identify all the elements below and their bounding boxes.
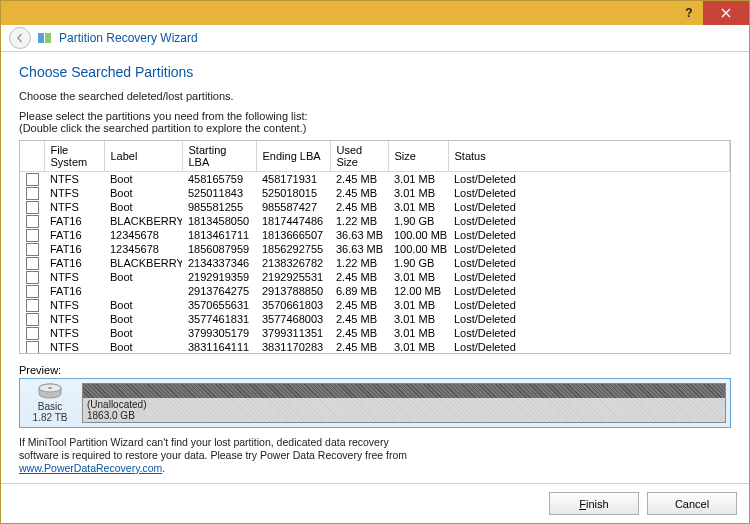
- cell-fs: FAT16: [44, 214, 104, 228]
- cell-elba: 3799311351: [256, 326, 330, 340]
- page-heading: Choose Searched Partitions: [19, 64, 731, 80]
- cell-status: Lost/Deleted: [448, 256, 730, 270]
- table-row[interactable]: FAT16BLACKBERRY1181345805018174474861.22…: [20, 214, 730, 228]
- row-checkbox[interactable]: [26, 313, 39, 326]
- cell-label: BLACKBERRY1: [104, 214, 182, 228]
- table-row[interactable]: FAT16BLACKBERRY1213433734621383267821.22…: [20, 256, 730, 270]
- cell-slba: 3577461831: [182, 312, 256, 326]
- footnote-tail: .: [162, 462, 165, 474]
- cell-size: 1.90 GB: [388, 214, 448, 228]
- row-checkbox[interactable]: [26, 229, 39, 242]
- cell-fs: NTFS: [44, 200, 104, 214]
- footnote-line1: If MiniTool Partition Wizard can't find …: [19, 436, 389, 448]
- cell-fs: FAT16: [44, 228, 104, 242]
- cell-slba: 1856087959: [182, 242, 256, 256]
- row-checkbox[interactable]: [26, 341, 39, 354]
- cell-status: Lost/Deleted: [448, 326, 730, 340]
- cancel-button[interactable]: Cancel: [647, 492, 737, 515]
- cell-status: Lost/Deleted: [448, 242, 730, 256]
- cell-label: Boot: [104, 340, 182, 354]
- cell-elba: 2192925531: [256, 270, 330, 284]
- close-icon: [721, 8, 731, 18]
- col-used-size[interactable]: Used Size: [330, 141, 388, 172]
- table-row[interactable]: NTFSBoot379930517937993113512.45 MB3.01 …: [20, 326, 730, 340]
- col-filesystem[interactable]: File System: [44, 141, 104, 172]
- cell-used: 1.22 MB: [330, 256, 388, 270]
- help-button[interactable]: ?: [675, 1, 703, 25]
- cell-elba: 1813666507: [256, 228, 330, 242]
- col-label[interactable]: Label: [104, 141, 182, 172]
- col-ending-lba[interactable]: Ending LBA: [256, 141, 330, 172]
- close-button[interactable]: [703, 1, 749, 25]
- table-row[interactable]: FAT16123456781856087959185629275536.63 M…: [20, 242, 730, 256]
- cell-elba: 1856292755: [256, 242, 330, 256]
- table-row[interactable]: NTFSBoot383116411138311702832.45 MB3.01 …: [20, 340, 730, 354]
- app-icon: [37, 30, 53, 46]
- button-bar: Finish Cancel: [1, 483, 749, 523]
- svg-rect-0: [38, 33, 44, 43]
- cell-elba: 1817447486: [256, 214, 330, 228]
- disk-size: 1.82 TB: [33, 412, 68, 423]
- cell-slba: 3799305179: [182, 326, 256, 340]
- row-checkbox[interactable]: [26, 285, 39, 298]
- cell-used: 2.45 MB: [330, 298, 388, 312]
- toolbar: Partition Recovery Wizard: [1, 25, 749, 52]
- cell-size: 3.01 MB: [388, 172, 448, 187]
- cell-used: 2.45 MB: [330, 172, 388, 187]
- cell-elba: 3570661803: [256, 298, 330, 312]
- footnote: If MiniTool Partition Wizard can't find …: [19, 436, 731, 475]
- footnote-line2: software is required to restore your dat…: [19, 449, 407, 461]
- row-checkbox[interactable]: [26, 187, 39, 200]
- row-checkbox[interactable]: [26, 299, 39, 312]
- cell-used: 36.63 MB: [330, 242, 388, 256]
- table-row[interactable]: FAT16123456781813461711181366650736.63 M…: [20, 228, 730, 242]
- row-checkbox[interactable]: [26, 271, 39, 284]
- col-check[interactable]: [20, 141, 44, 172]
- window: ? Partition Recovery Wizard Choose Searc…: [0, 0, 750, 524]
- cell-label: Boot: [104, 298, 182, 312]
- row-checkbox[interactable]: [26, 257, 39, 270]
- row-checkbox[interactable]: [26, 201, 39, 214]
- finish-button[interactable]: Finish: [549, 492, 639, 515]
- col-status[interactable]: Status: [448, 141, 730, 172]
- partition-table[interactable]: File System Label Starting LBA Ending LB…: [19, 140, 731, 354]
- cell-slba: 2192919359: [182, 270, 256, 284]
- svg-rect-1: [45, 33, 51, 43]
- preview-box: Basic 1.82 TB (Unallocated) 1863.0 GB: [19, 378, 731, 428]
- table-row[interactable]: NTFSBoot219291935921929255312.45 MB3.01 …: [20, 270, 730, 284]
- cell-used: 6.89 MB: [330, 284, 388, 298]
- table-row[interactable]: NTFSBoot9855812559855874272.45 MB3.01 MB…: [20, 200, 730, 214]
- col-size[interactable]: Size: [388, 141, 448, 172]
- table-row[interactable]: NTFSBoot357065563135706618032.45 MB3.01 …: [20, 298, 730, 312]
- unallocated-block[interactable]: (Unallocated) 1863.0 GB: [82, 383, 726, 423]
- cell-elba: 3831170283: [256, 340, 330, 354]
- table-row[interactable]: NTFSBoot5250118435250180152.45 MB3.01 MB…: [20, 186, 730, 200]
- cell-elba: 2913788850: [256, 284, 330, 298]
- disk-tile[interactable]: Basic 1.82 TB: [24, 383, 76, 423]
- cell-slba: 2134337346: [182, 256, 256, 270]
- row-checkbox[interactable]: [26, 243, 39, 256]
- row-checkbox[interactable]: [26, 327, 39, 340]
- cell-label: Boot: [104, 186, 182, 200]
- cell-label: [104, 284, 182, 298]
- table-row[interactable]: NTFSBoot357746183135774680032.45 MB3.01 …: [20, 312, 730, 326]
- row-checkbox[interactable]: [26, 173, 39, 186]
- instruction-2: Please select the partitions you need fr…: [19, 110, 731, 122]
- cell-slba: 985581255: [182, 200, 256, 214]
- unallocated-label: (Unallocated) 1863.0 GB: [83, 398, 725, 422]
- col-starting-lba[interactable]: Starting LBA: [182, 141, 256, 172]
- part-size: 1863.0 GB: [87, 410, 721, 421]
- footnote-link[interactable]: www.PowerDataRecovery.com: [19, 462, 162, 474]
- cell-size: 3.01 MB: [388, 298, 448, 312]
- cell-status: Lost/Deleted: [448, 340, 730, 354]
- cell-size: 3.01 MB: [388, 312, 448, 326]
- cell-size: 100.00 MB: [388, 228, 448, 242]
- table-row[interactable]: FAT16291376427529137888506.89 MB12.00 MB…: [20, 284, 730, 298]
- back-button[interactable]: [9, 27, 31, 49]
- cell-size: 3.01 MB: [388, 186, 448, 200]
- cell-slba: 1813461711: [182, 228, 256, 242]
- finish-label: inish: [586, 498, 609, 510]
- content: Choose Searched Partitions Choose the se…: [1, 52, 749, 483]
- row-checkbox[interactable]: [26, 215, 39, 228]
- table-row[interactable]: NTFSBoot4581657594581719312.45 MB3.01 MB…: [20, 172, 730, 187]
